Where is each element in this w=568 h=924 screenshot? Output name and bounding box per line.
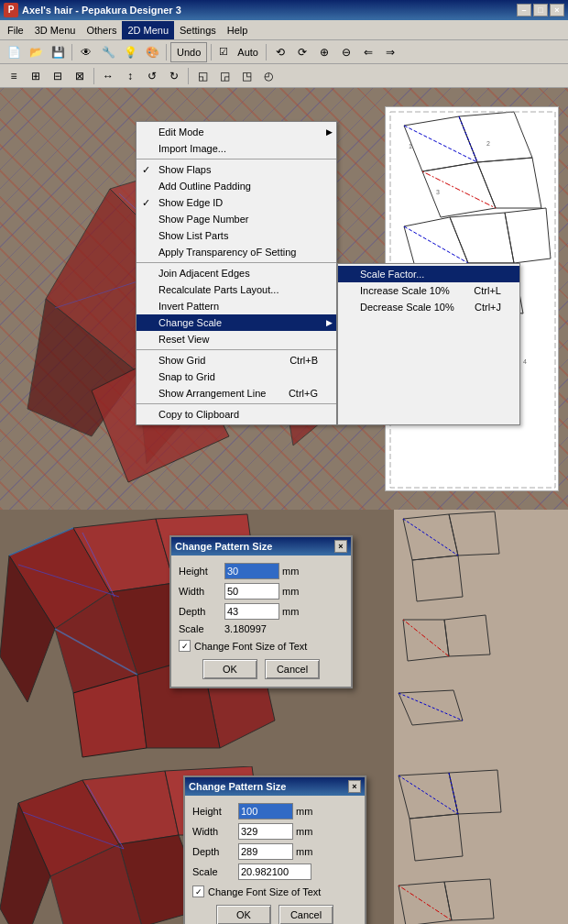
dropdown-sep-1 <box>137 159 336 160</box>
dialog-1-close[interactable]: × <box>334 540 347 553</box>
tool-btn-1[interactable]: ⟲ <box>270 42 290 62</box>
dialog-1-width-input[interactable] <box>224 583 279 600</box>
dropdown-sep-3 <box>137 349 336 350</box>
tb2-btn-5[interactable]: ◱ <box>192 66 213 86</box>
minimize-button[interactable]: – <box>517 4 531 16</box>
dialog-2-title: Change Pattern Size <box>189 781 286 792</box>
tool-btn-4[interactable]: ⊖ <box>336 42 356 62</box>
dialog-2-height-row: Height mm <box>192 803 357 820</box>
color-button[interactable]: 🎨 <box>142 42 162 62</box>
new-button[interactable]: 📄 <box>4 42 24 62</box>
rotate-btn-2[interactable]: ↻ <box>164 66 184 86</box>
dialog-2-checkbox[interactable]: ✓ <box>192 886 204 897</box>
menu-others[interactable]: Others <box>81 21 122 39</box>
maximize-button[interactable]: □ <box>533 4 548 16</box>
dialog-change-pattern-size-2: Change Pattern Size × Height mm Width mm <box>183 776 366 924</box>
dropdown-reset-view[interactable]: Reset View <box>137 331 336 347</box>
menu-settings[interactable]: Settings <box>174 21 222 39</box>
tool-btn-3[interactable]: ⊕ <box>314 42 334 62</box>
dialog-2-ok[interactable]: OK <box>216 905 271 924</box>
svg-line-46 <box>403 519 458 556</box>
dropdown-show-edge-id[interactable]: Show Edge ID <box>137 194 336 211</box>
dropdown-recalculate[interactable]: Recalculate Parts Layout... <box>137 281 336 298</box>
tool-btn-2[interactable]: ⟳ <box>292 42 312 62</box>
separator-1 <box>71 44 72 60</box>
dialog-1-checkbox[interactable]: ✓ <box>179 640 191 652</box>
open-button[interactable]: 📂 <box>26 42 46 62</box>
dropdown-copy-clipboard[interactable]: Copy to Clipboard <box>137 406 336 423</box>
dialog-2-cancel[interactable]: Cancel <box>279 905 333 924</box>
tb2-btn-6[interactable]: ◲ <box>214 66 235 86</box>
dialog-1-depth-input[interactable] <box>224 603 279 620</box>
rotate-btn-1[interactable]: ↺ <box>142 66 162 86</box>
submenu-increase-scale[interactable]: Increase Scale 10% Ctrl+L <box>338 282 519 299</box>
dialog-1-scale-value: 3.180997 <box>224 623 267 634</box>
dropdown-arrangement-line[interactable]: Show Arrangement Line Ctrl+G <box>137 385 336 402</box>
dialog-1-depth-row: Depth mm <box>179 603 344 620</box>
dialog-1-height-unit: mm <box>282 566 299 577</box>
dropdown-sep-2 <box>137 262 336 263</box>
dropdown-import-image[interactable]: Import Image... <box>137 140 336 157</box>
menu-3d[interactable]: 3D Menu <box>29 21 82 39</box>
dropdown-show-page-number[interactable]: Show Page Number <box>137 211 336 227</box>
dropdown-edit-mode[interactable]: Edit Mode <box>137 124 336 140</box>
dropdown-join-adjacent[interactable]: Join Adjacent Edges <box>137 265 336 281</box>
menu-file[interactable]: File <box>2 21 29 39</box>
dialog-1: Change Pattern Size × Height mm Width mm <box>169 535 353 688</box>
align-btn-4[interactable]: ⊠ <box>70 66 90 86</box>
bottom-pattern <box>394 766 568 924</box>
window-controls[interactable]: – □ × <box>517 4 564 16</box>
lower-right-pattern <box>394 510 568 766</box>
dropdown-snap-grid[interactable]: Snap to Grid <box>137 368 336 385</box>
save-button[interactable]: 💾 <box>48 42 68 62</box>
svg-line-69 <box>399 886 452 920</box>
flip-btn-1[interactable]: ↔ <box>98 66 118 86</box>
view-3d-button[interactable]: 👁 <box>76 42 96 62</box>
menu-2d[interactable]: 2D Menu <box>122 21 174 39</box>
view-tool-button[interactable]: 🔧 <box>98 42 118 62</box>
tool-btn-5[interactable]: ⇐ <box>358 42 378 62</box>
dialog-2-scale-label: Scale <box>192 866 238 877</box>
dropdown-apply-transparency[interactable]: Apply Transparency oF Setting <box>137 244 336 260</box>
dialog-2-checkbox-label: Change Font Size of Text <box>208 886 321 897</box>
dialog-2-depth-label: Depth <box>192 846 238 857</box>
align-btn-1[interactable]: ≡ <box>4 66 24 86</box>
dropdown-invert[interactable]: Invert Pattern <box>137 298 336 314</box>
align-btn-3[interactable]: ⊟ <box>48 66 68 86</box>
dialog-1-cancel[interactable]: Cancel <box>265 659 320 679</box>
svg-marker-50 <box>399 690 463 725</box>
submenu-decrease-scale[interactable]: Decrease Scale 10% Ctrl+J <box>338 299 519 315</box>
dialog-2-close[interactable]: × <box>348 780 361 793</box>
dropdown-show-flaps[interactable]: Show Flaps <box>137 161 336 178</box>
align-btn-2[interactable]: ⊞ <box>26 66 46 86</box>
dialog-1-scale-label: Scale <box>179 623 224 634</box>
undo-button[interactable]: Undo <box>170 42 207 62</box>
tb2-btn-7[interactable]: ◳ <box>236 66 257 86</box>
dropdown-show-grid[interactable]: Show Grid Ctrl+B <box>137 352 336 368</box>
dialog-2-scale-input[interactable] <box>238 864 311 880</box>
close-button[interactable]: × <box>550 4 564 16</box>
dialog-1-ok[interactable]: OK <box>202 659 257 679</box>
dialog-1-width-row: Width mm <box>179 583 344 600</box>
svg-marker-45 <box>412 556 463 601</box>
flip-btn-2[interactable]: ↕ <box>120 66 140 86</box>
svg-marker-63 <box>449 770 501 814</box>
dialog-1-height-row: Height mm <box>179 563 344 579</box>
tool-btn-6[interactable]: ⇒ <box>380 42 400 62</box>
dropdown-show-list-parts[interactable]: Show List Parts <box>137 227 336 244</box>
dropdown-change-scale[interactable]: Change Scale <box>137 314 336 331</box>
submenu-scale-factor[interactable]: Scale Factor... <box>338 266 519 282</box>
dialog-2-width-input[interactable] <box>238 823 293 840</box>
toolbar-secondary: ≡ ⊞ ⊟ ⊠ ↔ ↕ ↺ ↻ ◱ ◲ ◳ ◴ <box>0 64 568 88</box>
dialog-2-height-input[interactable] <box>238 803 293 820</box>
lower-pattern <box>394 510 568 766</box>
canvas-area[interactable]: 1 2 3 4 <box>0 88 568 924</box>
dialog-1-height-input[interactable] <box>224 563 279 579</box>
dropdown-add-outline[interactable]: Add Outline Padding <box>137 178 336 194</box>
dialog-1-title: Change Pattern Size <box>175 541 272 552</box>
dialog-2-depth-input[interactable] <box>238 843 293 860</box>
menu-help[interactable]: Help <box>222 21 254 39</box>
tb2-btn-8[interactable]: ◴ <box>258 66 279 86</box>
toolbar-main: 📄 📂 💾 👁 🔧 💡 🎨 Undo ☑ Auto ⟲ ⟳ ⊕ ⊖ ⇐ ⇒ <box>0 40 568 64</box>
bulb-button[interactable]: 💡 <box>120 42 140 62</box>
